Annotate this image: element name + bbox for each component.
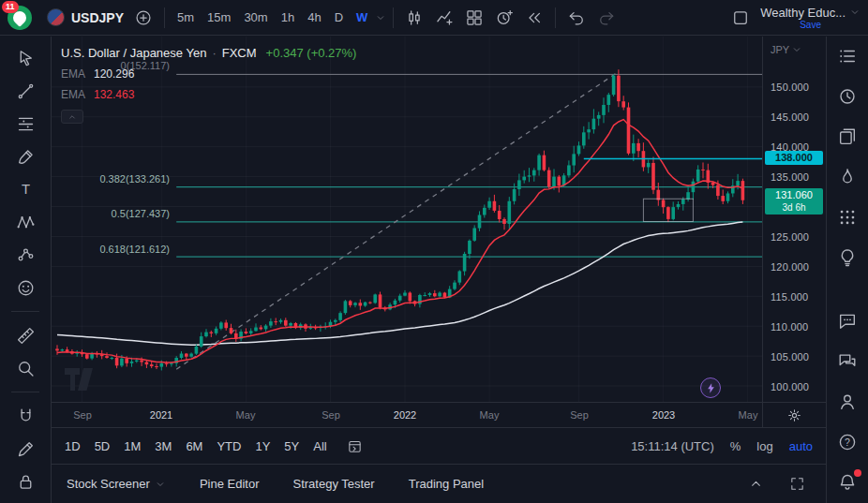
private-chats-icon[interactable]	[831, 348, 863, 376]
notifications-icon[interactable]	[831, 468, 863, 496]
stock-screener-tab[interactable]: Stock Screener	[67, 477, 166, 491]
ideas-icon[interactable]	[831, 244, 863, 272]
xabcd-pattern-icon[interactable]	[9, 208, 41, 236]
time-label: May	[480, 409, 500, 421]
chat-icon[interactable]	[831, 307, 863, 335]
alerts-icon[interactable]	[831, 82, 863, 111]
time-label: Sep	[73, 409, 92, 421]
indicator-row[interactable]: EMA132.463	[61, 88, 356, 101]
range-all-button[interactable]: All	[313, 439, 326, 453]
time-label: Sep	[570, 409, 589, 421]
trading-panel-tab[interactable]: Trading Panel	[409, 477, 484, 491]
range-1m-button[interactable]: 1M	[124, 439, 141, 453]
undo-icon[interactable]	[562, 4, 591, 32]
toolbar-divider	[164, 7, 165, 28]
interval-W-button[interactable]: W	[351, 6, 373, 30]
price-tick: 100.000	[771, 381, 809, 392]
account-chevron-icon	[849, 7, 861, 18]
brush-icon[interactable]	[9, 142, 41, 170]
magnet-icon[interactable]	[9, 402, 41, 430]
interval-4h-button[interactable]: 4h	[302, 6, 326, 30]
pine-editor-tab[interactable]: Pine Editor	[200, 477, 260, 491]
interval-1h-button[interactable]: 1h	[276, 6, 300, 30]
tradingview-watermark	[63, 365, 106, 396]
svg-text:?: ?	[845, 436, 850, 448]
range-6m-button[interactable]: 6M	[186, 439, 202, 453]
panel-expand-chevron-icon[interactable]	[741, 470, 770, 498]
time-axis-labels: Sep2021MaySep2022MaySep2023May	[52, 403, 762, 427]
chart-area: U.S. Dollar / Japanese Yen · FXCM +0.347…	[52, 37, 826, 402]
symbol-title[interactable]: U.S. Dollar / Japanese Yen	[61, 46, 206, 60]
save-button[interactable]: Save	[800, 20, 821, 30]
ruler-icon[interactable]	[9, 321, 41, 349]
price-tick: 145.000	[771, 111, 809, 123]
range-5d-button[interactable]: 5D	[95, 439, 111, 453]
top-toolbar: 11 USDJPY 5m15m30m1h4hDW Wealthy Educ...…	[0, 0, 868, 36]
range-1y-button[interactable]: 1Y	[255, 439, 270, 453]
price-tick: 150.000	[771, 81, 809, 93]
boost-button[interactable]	[700, 377, 721, 398]
axis-currency-label[interactable]: JPY	[771, 44, 802, 55]
price-axis[interactable]: JPY150.000145.000140.000135.000130.00012…	[762, 37, 826, 402]
rail-divider	[11, 392, 39, 392]
date-range-selector: 1D5D1M3M6MYTD1Y5YAll	[65, 439, 327, 453]
indicator-row[interactable]: EMA120.296	[61, 67, 356, 81]
footer-tabs: Stock ScreenerPine EditorStrategy Tester…	[67, 477, 484, 491]
auto-scale-button[interactable]: auto	[789, 439, 813, 453]
lock-icon[interactable]	[9, 467, 41, 496]
account-menu[interactable]: Wealthy Educ... Save	[760, 6, 861, 30]
hotlists-icon[interactable]	[831, 163, 863, 191]
legend-collapse-button[interactable]	[61, 110, 83, 124]
text-icon[interactable]: T	[9, 175, 41, 203]
intervals-chevron-icon[interactable]	[375, 12, 386, 23]
forecast-icon[interactable]	[9, 241, 41, 269]
app-logo[interactable]: 11	[7, 6, 32, 30]
calendar-icon[interactable]	[831, 203, 863, 231]
candlestick-style-icon[interactable]	[400, 4, 428, 32]
utc-clock[interactable]: 15:11:14 (UTC)	[631, 439, 714, 453]
fib-level-label: 0.5(127.437)	[52, 208, 170, 219]
drawing-toolbar: T	[0, 37, 52, 503]
help-icon[interactable]: ?	[831, 428, 863, 456]
svg-text:T: T	[21, 182, 29, 197]
fib-level-label: 0.382(133.261)	[52, 173, 170, 185]
range-5y-button[interactable]: 5Y	[284, 439, 299, 453]
fullscreen-icon[interactable]	[783, 470, 811, 498]
interval-15m-button[interactable]: 15m	[202, 6, 236, 30]
percent-scale-button[interactable]: %	[730, 439, 741, 453]
trend-line-icon[interactable]	[9, 77, 41, 105]
interval-30m-button[interactable]: 30m	[238, 6, 273, 30]
log-scale-button[interactable]: log	[756, 439, 772, 453]
alert-icon[interactable]	[490, 4, 518, 32]
interval-D-button[interactable]: D	[329, 6, 349, 30]
interval-selector: 5m15m30m1h4hDW	[172, 6, 386, 30]
indicators-icon[interactable]	[430, 4, 458, 32]
strategy-tester-tab[interactable]: Strategy Tester	[292, 477, 374, 491]
redo-icon[interactable]	[592, 4, 621, 32]
symbol-button[interactable]: USDJPY	[41, 7, 129, 28]
fib-retracement-icon[interactable]	[9, 110, 41, 138]
range-1d-button[interactable]: 1D	[65, 439, 81, 453]
watchlist-icon[interactable]	[831, 42, 863, 70]
price-tick: 105.000	[771, 351, 809, 362]
range-ytd-button[interactable]: YTD	[217, 439, 241, 453]
footer-panel: Stock ScreenerPine EditorStrategy Tester…	[52, 464, 826, 503]
range-3m-button[interactable]: 3M	[155, 439, 172, 453]
cursor-icon[interactable]	[9, 44, 41, 72]
multichart-layout-icon[interactable]	[460, 4, 488, 32]
emoji-icon[interactable]	[9, 274, 41, 302]
draw-icon[interactable]	[9, 435, 41, 463]
time-axis[interactable]: Sep2021MaySep2022MaySep2023May	[52, 402, 826, 428]
zoom-icon[interactable]	[9, 354, 41, 382]
layout-icon[interactable]	[726, 4, 755, 32]
chart-pane[interactable]: U.S. Dollar / Japanese Yen · FXCM +0.347…	[52, 37, 762, 402]
settings-gear-icon[interactable]	[781, 401, 809, 429]
interval-5m-button[interactable]: 5m	[172, 6, 200, 30]
go-to-date-icon[interactable]	[341, 432, 369, 460]
news-icon[interactable]	[831, 123, 863, 151]
add-symbol-icon[interactable]	[129, 4, 157, 32]
account-name: Wealthy Educ...	[760, 6, 846, 20]
streams-icon[interactable]	[831, 388, 863, 416]
symbol-logo-icon	[47, 8, 65, 26]
bar-replay-icon[interactable]	[520, 4, 548, 32]
